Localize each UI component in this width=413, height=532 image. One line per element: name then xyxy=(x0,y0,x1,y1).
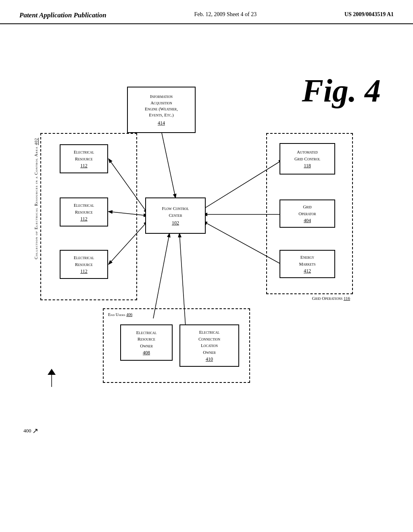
flow-control-ref: 102 xyxy=(172,220,179,226)
automated-grid-ref: 118 xyxy=(304,163,311,169)
collection-area-label: Collection of Electrical Resources in a … xyxy=(34,138,38,259)
info-engine-label: InformationAcquisitionEngine (Weather,Ev… xyxy=(145,94,178,118)
elec-conn-owner-ref: 410 xyxy=(206,356,213,362)
elec-res-3-box: ElectricalResource 112 xyxy=(60,250,108,279)
svg-line-0 xyxy=(161,131,175,197)
grid-operator-ref: 404 xyxy=(304,218,311,224)
info-engine-ref: 414 xyxy=(158,120,165,126)
energy-markets-box: EnergyMarkets 412 xyxy=(280,250,335,278)
energy-markets-ref: 412 xyxy=(304,268,311,274)
elec-conn-owner-box: ElectricalConnectionLocationOwner 410 xyxy=(179,324,239,367)
elec-res-owner-box: ElectricalResourceOwner 408 xyxy=(120,324,173,361)
elec-res-1-box: ElectricalResource 112 xyxy=(60,144,108,173)
flow-control-box: Flow ControlCenter 102 xyxy=(145,197,206,234)
info-engine-box: InformationAcquisitionEngine (Weather,Ev… xyxy=(127,87,196,133)
automated-grid-box: AutomatedGrid Control 118 xyxy=(280,143,335,175)
grid-operator-box: GridOperator 404 xyxy=(280,200,335,228)
page-header: Patent Application Publication Feb. 12, … xyxy=(0,0,413,24)
svg-line-7 xyxy=(153,234,169,318)
patent-number: US 2009/0043519 A1 xyxy=(344,11,394,18)
figure-label: Fig. 4 xyxy=(302,73,381,109)
diagram-area: Fig. 4 xyxy=(0,24,413,516)
elec-res-owner-ref: 408 xyxy=(143,350,150,356)
end-users-label: End Users 406 xyxy=(108,312,132,317)
elec-res-1-ref: 112 xyxy=(80,163,88,169)
elec-res-3-ref: 112 xyxy=(80,268,88,274)
grid-ops-label: Grid Operations 116 xyxy=(312,296,350,301)
flow-control-label: Flow ControlCenter xyxy=(162,205,189,218)
elec-res-2-ref: 112 xyxy=(80,216,88,222)
elec-res-2-box: ElectricalResource 112 xyxy=(60,197,108,227)
publication-title: Patent Application Publication xyxy=(19,11,106,19)
ref-400: 400 ↗ xyxy=(23,426,38,435)
sheet-info: Feb. 12, 2009 Sheet 4 of 23 xyxy=(194,11,257,18)
